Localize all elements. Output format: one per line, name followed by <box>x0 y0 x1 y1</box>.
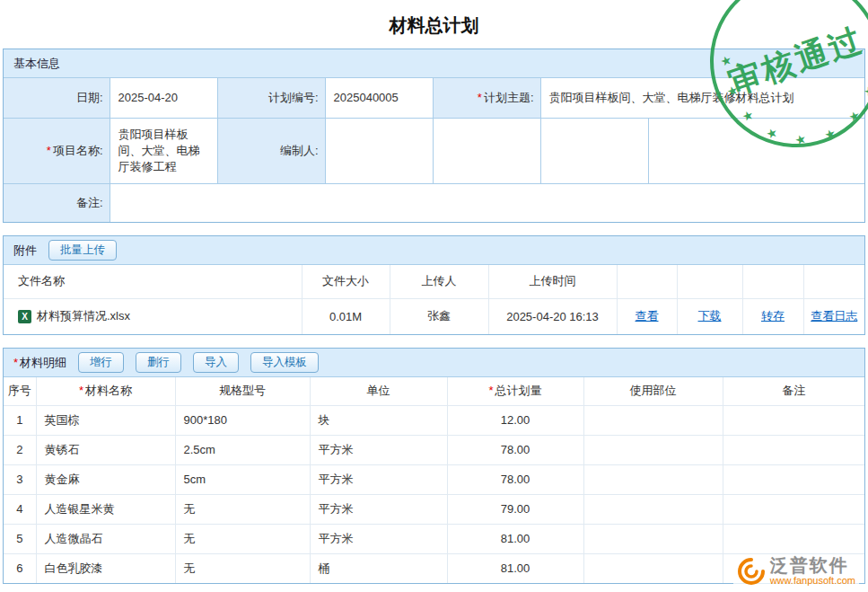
material-spec: 5cm <box>175 464 310 494</box>
empty-cell <box>433 118 540 183</box>
attachments-table: 文件名称 文件大小 上传人 上传时间 X 材料预算情况.xlsx <box>4 265 864 334</box>
material-spec: 无 <box>175 524 310 553</box>
col-action <box>677 265 742 298</box>
col-action <box>742 265 803 298</box>
col-remark: 备注 <box>723 377 864 405</box>
table-row: *项目名称: 贵阳项目样板间、大堂、电梯厅装修工程 编制人: <box>4 118 864 183</box>
material-name: 黄锈石 <box>36 435 175 464</box>
attachments-header: 附件 批量上传 <box>4 236 864 265</box>
subject-label: *计划主题: <box>433 78 540 118</box>
materials-header: *材料明细 增行 删行 导入 导入模板 <box>4 349 864 377</box>
material-spec: 2.5cm <box>175 435 310 464</box>
subject-value: 贵阳项目样板间、大堂、电梯厅装修材料总计划 <box>540 78 864 118</box>
fanpu-logo: 泛普软件 www.fanpusoft.com <box>733 554 859 588</box>
uploader: 张鑫 <box>390 298 488 334</box>
material-remark <box>723 524 864 553</box>
col-uploader: 上传人 <box>390 265 488 298</box>
table-header-row: 文件名称 文件大小 上传人 上传时间 <box>4 265 864 298</box>
delete-row-button[interactable]: 删行 <box>136 352 181 373</box>
material-row: 4 人造银星米黄 无 平方米 79.00 <box>4 494 864 524</box>
material-unit: 平方米 <box>310 464 447 494</box>
col-material-name: *材料名称 <box>36 377 175 405</box>
material-qty: 81.00 <box>447 553 583 583</box>
material-part <box>583 553 723 583</box>
remark-label: 备注: <box>4 183 110 222</box>
attachment-row: X 材料预算情况.xlsx 0.01M 张鑫 2025-04-20 16:13 … <box>4 298 864 334</box>
material-part <box>583 435 723 464</box>
basic-info-table: 日期: 2025-04-20 计划编号: 2025040005 *计划主题: 贵… <box>4 78 864 222</box>
action-cell: 下载 <box>677 298 742 334</box>
material-qty: 12.00 <box>447 405 583 435</box>
materials-section: *材料明细 增行 删行 导入 导入模板 序号 *材料名称 规格型号 单位 *总计… <box>3 348 865 584</box>
material-row: 2 黄锈石 2.5cm 平方米 78.00 <box>4 435 864 464</box>
import-template-button[interactable]: 导入模板 <box>250 352 319 373</box>
fanpu-logo-icon <box>737 557 766 586</box>
col-unit: 单位 <box>310 377 447 405</box>
material-spec: 无 <box>175 553 310 583</box>
material-part <box>583 524 723 553</box>
fanpu-logo-text: 泛普软件 www.fanpusoft.com <box>770 556 855 586</box>
row-index: 6 <box>4 553 36 583</box>
material-qty: 78.00 <box>447 435 583 464</box>
table-header-row: 序号 *材料名称 规格型号 单位 *总计划量 使用部位 备注 <box>4 377 864 405</box>
material-part <box>583 464 723 494</box>
basic-info-header: 基本信息 <box>4 49 864 78</box>
file-name: 材料预算情况.xlsx <box>37 308 130 324</box>
col-usage-part: 使用部位 <box>583 377 723 405</box>
material-remark <box>723 405 864 435</box>
material-row: 3 黄金麻 5cm 平方米 78.00 <box>4 464 864 494</box>
material-qty: 79.00 <box>447 494 583 524</box>
material-unit: 块 <box>310 405 447 435</box>
material-spec: 900*180 <box>175 405 310 435</box>
action-cell: 查看 <box>617 298 677 334</box>
transfer-link[interactable]: 转存 <box>761 309 785 323</box>
col-action <box>617 265 677 298</box>
row-index: 1 <box>4 405 36 435</box>
col-upload-time: 上传时间 <box>488 265 617 298</box>
batch-upload-button[interactable]: 批量上传 <box>48 240 117 261</box>
import-button[interactable]: 导入 <box>193 352 239 373</box>
project-label: *项目名称: <box>4 118 110 183</box>
material-unit: 平方米 <box>310 524 447 553</box>
materials-table: 序号 *材料名称 规格型号 单位 *总计划量 使用部位 备注 1 英国棕 900… <box>4 377 864 583</box>
add-row-button[interactable]: 增行 <box>78 352 124 373</box>
plan-no-value: 2025040005 <box>325 78 433 118</box>
basic-info-section: 基本信息 日期: 2025-04-20 计划编号: 2025040005 *计划… <box>3 49 865 223</box>
material-qty: 78.00 <box>447 464 583 494</box>
material-name: 英国棕 <box>36 405 175 435</box>
attachments-title: 附件 <box>13 243 37 259</box>
material-unit: 桶 <box>310 553 447 583</box>
material-name: 人造微晶石 <box>36 524 175 553</box>
basic-info-title: 基本信息 <box>13 56 60 72</box>
material-row: 5 人造微晶石 无 平方米 81.00 <box>4 524 864 553</box>
plan-no-label: 计划编号: <box>217 78 325 118</box>
fanpu-logo-name: 泛普软件 <box>770 556 855 575</box>
upload-time: 2025-04-20 16:13 <box>488 298 617 334</box>
empty-cell <box>540 118 648 183</box>
material-remark <box>723 464 864 494</box>
empty-cell <box>648 118 864 183</box>
table-row: 日期: 2025-04-20 计划编号: 2025040005 *计划主题: 贵… <box>4 78 864 118</box>
materials-title: *材料明细 <box>13 355 66 371</box>
required-marker: * <box>478 91 482 104</box>
view-log-link[interactable]: 查看日志 <box>811 309 857 323</box>
compiler-value <box>325 118 433 183</box>
view-link[interactable]: 查看 <box>636 309 659 323</box>
page-title: 材料总计划 <box>0 0 868 49</box>
action-cell: 查看日志 <box>803 298 864 334</box>
col-total-qty: *总计划量 <box>447 377 583 405</box>
material-remark <box>723 435 864 464</box>
col-spec: 规格型号 <box>175 377 310 405</box>
col-file-size: 文件大小 <box>302 265 390 298</box>
material-name: 黄金麻 <box>36 464 175 494</box>
material-name: 人造银星米黄 <box>36 494 175 524</box>
material-qty: 81.00 <box>447 524 583 553</box>
required-marker: * <box>47 144 51 157</box>
fanpu-logo-url: www.fanpusoft.com <box>770 575 855 586</box>
date-label: 日期: <box>4 78 110 118</box>
attachments-section: 附件 批量上传 文件名称 文件大小 上传人 上传时间 <box>3 235 865 335</box>
date-value: 2025-04-20 <box>110 78 217 118</box>
page: 材料总计划 审核通过 ★ ★ ★ ★ ★ ★ ★ ★ 基本信息 日期: 2025… <box>0 0 868 592</box>
compiler-label: 编制人: <box>217 118 325 183</box>
download-link[interactable]: 下载 <box>698 309 722 323</box>
